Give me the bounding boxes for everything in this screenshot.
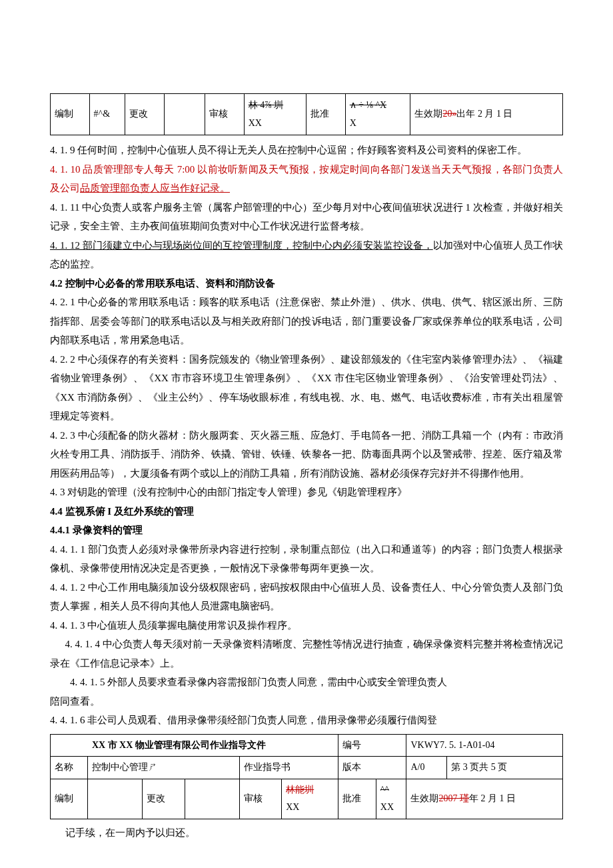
hdr-date-text: 出年 2 月 1 日: [456, 109, 512, 119]
ft-pizhun-strike: ^^: [380, 785, 389, 795]
hdr-genggai-val: [164, 94, 205, 135]
ft-pizhun-val: ^^ XX: [376, 779, 406, 819]
hdr-bianzhi-val: #^&: [89, 94, 125, 135]
ft-bianhao-label: 编号: [338, 734, 406, 757]
ft-bianhao-val: VKWY7. 5. 1-A01-04: [406, 734, 563, 757]
ft-genggai-label: 更改: [143, 779, 185, 819]
ft-blank: [51, 734, 88, 757]
para-4-4-1-5a: 4. 4. 1. 5 外部人员要求查看录像内容需报部门负责人同意，需由中心或安全…: [50, 673, 563, 692]
ft-date: 生效期2007 瑾年 2 月 1 日: [406, 779, 563, 819]
ft-title: XX 市 XX 物业管理有限公司作业指导文件: [88, 734, 338, 757]
ft-date-strike: 2007 瑾: [438, 793, 469, 803]
ft-shenhe-strike: 林能圳: [286, 785, 314, 795]
ft-version-val: A/0: [406, 757, 447, 779]
hdr-shenhe-xx: XX: [249, 118, 262, 128]
para-4-1-11: 4. 1. 11 中心负责人或客户服务主管（属客户部管理的中心）至少每月对中心夜…: [50, 198, 563, 236]
para-4-1-10: 4. 1. 10 品质管理部专人每天 7:00 以前妆听新闻及天气预报，按规定时…: [50, 160, 563, 198]
page-header-table: 编制 #^& 更改 审核 林 4⅞ 圳 XX 批准 ∧ ÷ ⅛ ^X X 生效期…: [50, 93, 563, 135]
hdr-shenhe-label: 审核: [205, 94, 245, 135]
para-4-4-1-1: 4. 4. 1. 1 部门负责人必须对录像带所录内容进行控制，录制重点部位（出入…: [50, 540, 563, 578]
para-4-4-1-4: 4. 4. 1. 4 中心负责人每天须对前一天录像资料清晰度、完整性等情况进行抽…: [50, 635, 563, 673]
ft-date-label: 生效期: [410, 793, 438, 803]
hdr-date-strike: 20»: [442, 109, 456, 119]
hdr-pizhun-val: ∧ ÷ ⅛ ^X X: [345, 94, 410, 135]
ft-name-val1: 控制中心管理ㄕ: [88, 757, 239, 779]
ft-version-label: 版本: [338, 757, 406, 779]
ft-name-label: 名称: [51, 757, 88, 779]
ft-pizhun-label: 批准: [338, 779, 376, 819]
ft-page-num: 第 3 页共 5 页: [447, 757, 563, 779]
ft-shenhe-label: 审核: [239, 779, 281, 819]
hdr-pizhun-strike: ∧ ÷ ⅛ ^X: [350, 100, 386, 110]
ft-bianzhi-val: [88, 779, 143, 819]
hdr-pizhun-x: X: [350, 118, 356, 128]
ft-bianzhi-label: 编制: [51, 779, 88, 819]
hdr-date: 生效期20»出年 2 月 1 日: [410, 94, 563, 135]
hdr-shenhe-strike: 林 4⅞ 圳: [249, 100, 284, 110]
para-4-4-1-6: 4. 4. 1. 6 非公司人员观看、借用录像带须经部门负责人同意，借用录像带必…: [50, 711, 563, 730]
para-4-3: 4. 3 对钥匙的管理（没有控制中心的由部门指定专人管理）参见《钥匙管理程序》: [50, 483, 563, 502]
ft-name-val2: 作业指导书: [239, 757, 338, 779]
para-4-4-1-5b: 陪同查看。: [50, 692, 563, 711]
hdr-date-label: 生效期: [414, 109, 442, 119]
para-4-4-1-3: 4. 4. 1. 3 中心值班人员须掌握电脑使用常识及操作程序。: [50, 616, 563, 635]
ft-shenhe-xx: XX: [286, 802, 299, 812]
para-4-2-3: 4. 2. 3 中心须配备的防火器材：防火服两套、灭火器三瓶、应急灯、手电筒各一…: [50, 426, 563, 483]
heading-4-2: 4.2 控制中心必备的常用联系电话、资料和消防设备: [50, 274, 563, 293]
para-4-4-1-2: 4. 4. 1. 2 中心工作用电脑须加设分级权限密码，密码按权限由中心值班人员…: [50, 578, 563, 616]
ft-shenhe-val: 林能圳 XX: [282, 779, 338, 819]
para-4-2-1: 4. 2. 1 中心必备的常用联系电话：顾客的联系电话（注意保密、禁止外泄）、供…: [50, 293, 563, 350]
para-4-2-2: 4. 2. 2 中心须保存的有关资料：国务院颁发的《物业管理条例》、建设部颁发的…: [50, 350, 563, 426]
hdr-pizhun-label: 批准: [306, 94, 346, 135]
ft-pizhun-xx: XX: [380, 802, 394, 812]
para-4-1-12: 4. 1. 12 部门须建立中心与现场岗位间的互控管理制度，控制中心内必须安装监…: [50, 236, 563, 274]
heading-4-4-1: 4.4.1 录像资料的管理: [50, 521, 563, 540]
para-4-1-12-underline: 4. 1. 12 部门须建立中心与现场岗位间的互控管理制度，控制中心内必须安装监…: [50, 240, 433, 251]
heading-4-4: 4.4 监视系俯 I 及红外系统的管理: [50, 502, 563, 521]
ft-date-rest: 年 2 月 1 日: [469, 793, 516, 803]
hdr-bianzhi-label: 编制: [51, 94, 90, 135]
page-footer-table: XX 市 XX 物业管理有限公司作业指导文件 编号 VKWY7. 5. 1-A0…: [50, 734, 563, 819]
hdr-shenhe-val: 林 4⅞ 圳 XX: [244, 94, 306, 135]
para-tail: 记手续，在一周内予以归还。: [50, 823, 563, 843]
ft-genggai-val: [185, 779, 239, 819]
hdr-genggai-label: 更改: [125, 94, 165, 135]
para-4-1-9: 4. 1. 9 任何时间，控制中心值班人员不得让无关人员在控制中心逗留；作好顾客…: [50, 141, 563, 160]
